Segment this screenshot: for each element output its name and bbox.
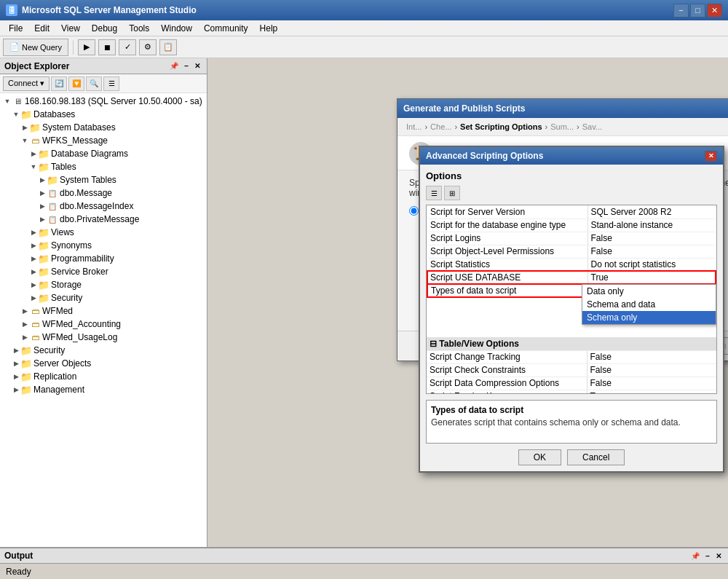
tree-item-dbo-messageindex[interactable]: ▶ 📋 dbo.MessageIndex bbox=[0, 200, 207, 213]
dropdown-schema-and-data[interactable]: Schema and data bbox=[582, 298, 716, 311]
expander-tables[interactable]: ▼ bbox=[29, 162, 38, 171]
menu-debug[interactable]: Debug bbox=[86, 22, 123, 35]
new-query-button[interactable]: 📄 New Query bbox=[3, 39, 68, 56]
connect-label: Connect ▾ bbox=[8, 79, 44, 88]
tree-item-views[interactable]: ▶ 📁 Views bbox=[0, 226, 207, 239]
tree-item-system-dbs[interactable]: ▶ 📁 System Databases bbox=[0, 121, 207, 134]
toolbar-btn-3[interactable]: ✓ bbox=[119, 39, 136, 55]
expander-wfmed-accounting[interactable]: ▶ bbox=[20, 320, 29, 328]
tree-item-programmability[interactable]: ▶ 📁 Programmability bbox=[0, 252, 207, 265]
menu-help[interactable]: Help bbox=[254, 22, 284, 35]
output-pin-btn[interactable]: 📌 bbox=[689, 551, 702, 561]
row-server-version[interactable]: Script for Server Version SQL Server 200… bbox=[427, 205, 716, 218]
adv-tool-list-btn[interactable]: ☰ bbox=[426, 186, 442, 200]
adv-cancel-button[interactable]: Cancel bbox=[567, 449, 625, 465]
expander-service-broker[interactable]: ▶ bbox=[29, 267, 38, 276]
expander-dbo-privatemessage[interactable]: ▶ bbox=[38, 215, 47, 224]
row-foreign-keys[interactable]: Script Foreign Keys True bbox=[427, 390, 716, 394]
row-statistics[interactable]: Script Statistics Do not script statisti… bbox=[427, 258, 716, 271]
expander-wfks[interactable]: ▼ bbox=[20, 136, 29, 145]
expander-programmability[interactable]: ▶ bbox=[29, 254, 38, 263]
tree-item-wfmed-usagelog[interactable]: ▶ 🗃 WFMed_UsageLog bbox=[0, 331, 207, 344]
save-to-radio[interactable] bbox=[409, 206, 419, 216]
expander-dbo-message[interactable]: ▶ bbox=[38, 189, 47, 197]
expander-management[interactable]: ▶ bbox=[12, 385, 20, 394]
row-change-tracking[interactable]: Script Change Tracking False bbox=[427, 350, 716, 363]
adv-ok-button[interactable]: OK bbox=[518, 449, 561, 465]
maximize-button[interactable]: □ bbox=[690, 4, 705, 17]
toolbar-btn-1[interactable]: ▶ bbox=[78, 39, 95, 55]
menu-community[interactable]: Community bbox=[198, 22, 254, 35]
expander-wfmed-usagelog[interactable]: ▶ bbox=[20, 333, 29, 342]
row-engine-type[interactable]: Script for the database engine type Stan… bbox=[427, 218, 716, 232]
toolbar-btn-2[interactable]: ⏹ bbox=[98, 39, 116, 55]
adv-tool-detail-btn[interactable]: ⊞ bbox=[444, 186, 460, 200]
expander-db-diagrams[interactable]: ▶ bbox=[29, 149, 38, 158]
tree-item-security-db[interactable]: ▶ 📁 Security bbox=[0, 291, 207, 304]
expander-databases[interactable]: ▼ bbox=[12, 110, 20, 119]
panel-minimize-btn[interactable]: − bbox=[182, 61, 191, 71]
advanced-dialog-title: Advanced Scripting Options bbox=[426, 151, 543, 161]
row-check-constraints[interactable]: Script Check Constraints False bbox=[427, 363, 716, 377]
advanced-dialog-body: Options ☰ ⊞ Script for Server Version SQ… bbox=[420, 165, 723, 471]
panel-close-btn[interactable]: ✕ bbox=[192, 61, 202, 71]
tree-item-tables[interactable]: ▼ 📁 Tables bbox=[0, 160, 207, 173]
expander-storage[interactable]: ▶ bbox=[29, 280, 38, 289]
tree-item-dbo-privatemessage[interactable]: ▶ 📋 dbo.PrivateMessage bbox=[0, 213, 207, 226]
output-minimize-btn[interactable]: − bbox=[703, 551, 712, 561]
toolbar-btn-5[interactable]: 📋 bbox=[159, 39, 177, 55]
tree-item-server[interactable]: ▼ 🖥 168.160.98.183 (SQL Server 10.50.400… bbox=[0, 95, 207, 108]
expander-dbo-messageindex[interactable]: ▶ bbox=[38, 202, 47, 210]
oe-search-btn[interactable]: 🔍 bbox=[86, 76, 102, 91]
row-object-permissions[interactable]: Script Object-Level Permissions False bbox=[427, 245, 716, 258]
row-change-tracking-value: False bbox=[587, 350, 716, 363]
expander-replication[interactable]: ▶ bbox=[12, 372, 20, 381]
tree-item-wfmed[interactable]: ▶ 🗃 WFMed bbox=[0, 304, 207, 318]
tree-item-service-broker[interactable]: ▶ 📁 Service Broker bbox=[0, 265, 207, 278]
options-label: Options bbox=[426, 170, 717, 181]
expander-views[interactable]: ▶ bbox=[29, 228, 38, 237]
oe-filter-btn[interactable]: 🔽 bbox=[68, 76, 84, 91]
oe-menu-btn[interactable]: ☰ bbox=[103, 76, 119, 91]
tree-item-dbo-message[interactable]: ▶ 📋 dbo.Message bbox=[0, 186, 207, 200]
menu-window[interactable]: Window bbox=[155, 22, 198, 35]
pin-button[interactable]: 📌 bbox=[167, 61, 181, 71]
minimize-button[interactable]: − bbox=[673, 4, 689, 17]
expander-server-objects[interactable]: ▶ bbox=[12, 359, 20, 368]
expander-system-tables[interactable]: ▶ bbox=[38, 176, 47, 184]
tree-item-security-root[interactable]: ▶ 📁 Security bbox=[0, 344, 207, 357]
output-close-btn[interactable]: ✕ bbox=[713, 551, 724, 561]
toolbar-btn-4[interactable]: ⚙ bbox=[139, 39, 157, 55]
tree-item-wfks[interactable]: ▼ 🗃 WFKS_Message bbox=[0, 134, 207, 147]
expander-wfmed[interactable]: ▶ bbox=[20, 307, 29, 315]
adv-toolbar: ☰ ⊞ bbox=[426, 186, 717, 200]
expander-security-root[interactable]: ▶ bbox=[12, 346, 20, 355]
menu-file[interactable]: File bbox=[3, 22, 28, 35]
row-script-logins[interactable]: Script Logins False bbox=[427, 232, 716, 245]
close-button[interactable]: ✕ bbox=[707, 4, 722, 17]
expander-server[interactable]: ▼ bbox=[3, 97, 12, 106]
menu-edit[interactable]: Edit bbox=[28, 22, 55, 35]
expander-system-dbs[interactable]: ▶ bbox=[20, 123, 29, 132]
oe-refresh-btn[interactable]: 🔄 bbox=[51, 76, 67, 91]
tree-item-system-tables[interactable]: ▶ 📁 System Tables bbox=[0, 173, 207, 186]
menu-tools[interactable]: Tools bbox=[123, 22, 155, 35]
tree-item-replication[interactable]: ▶ 📁 Replication bbox=[0, 370, 207, 383]
db-icon-wfks: 🗃 bbox=[29, 135, 41, 146]
expander-synonyms[interactable]: ▶ bbox=[29, 241, 38, 250]
advanced-close-btn[interactable]: ✕ bbox=[705, 151, 717, 162]
row-data-compression[interactable]: Script Data Compression Options False bbox=[427, 377, 716, 390]
expander-security-db[interactable]: ▶ bbox=[29, 294, 38, 302]
tree-item-server-objects[interactable]: ▶ 📁 Server Objects bbox=[0, 357, 207, 370]
dropdown-schema-only[interactable]: Schema only bbox=[582, 311, 716, 324]
tree-item-db-diagrams[interactable]: ▶ 📁 Database Diagrams bbox=[0, 147, 207, 160]
tree-item-storage[interactable]: ▶ 📁 Storage bbox=[0, 278, 207, 291]
tree-item-wfmed-accounting[interactable]: ▶ 🗃 WFMed_Accounting bbox=[0, 318, 207, 331]
tree-item-databases[interactable]: ▼ 📁 Databases bbox=[0, 108, 207, 121]
tree-item-synonyms[interactable]: ▶ 📁 Synonyms bbox=[0, 239, 207, 252]
row-use-database[interactable]: Script USE DATABASE True bbox=[427, 271, 716, 284]
connect-button[interactable]: Connect ▾ bbox=[3, 76, 50, 91]
dropdown-data-only[interactable]: Data only bbox=[582, 285, 716, 298]
tree-item-management[interactable]: ▶ 📁 Management bbox=[0, 383, 207, 396]
menu-view[interactable]: View bbox=[55, 22, 86, 35]
